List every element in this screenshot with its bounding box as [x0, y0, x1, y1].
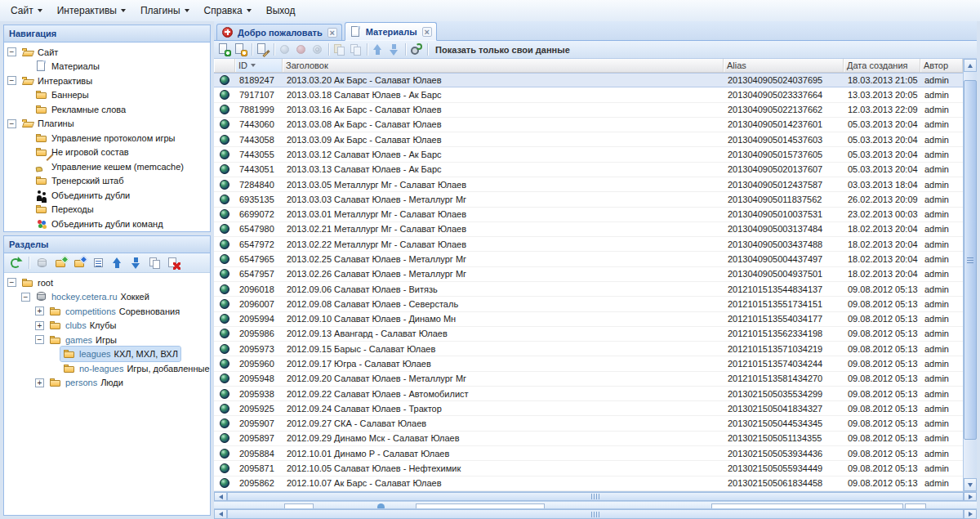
tree-node[interactable]: competitionsСоревнования [47, 304, 182, 319]
table-row[interactable]: 66990722013.03.01 Металлург Мг - Салават… [214, 208, 963, 222]
nav-item-team-management[interactable]: Управление командой [4, 231, 210, 232]
tree-node[interactable]: Управление командой [33, 230, 147, 231]
table-row[interactable]: 20959252012.09.24 Салават Юлаев - Тракто… [214, 401, 963, 416]
section-item-leagues[interactable]: leaguesКХЛ, МХЛ, ВХЛ [4, 347, 210, 362]
table-row[interactable]: 20959732012.09.15 Барыс - Салават Юлаев2… [214, 342, 963, 356]
edit-material-button[interactable] [255, 42, 271, 58]
table-row[interactable]: 74430602013.03.08 Ак Барс - Салават Юлае… [214, 118, 963, 132]
menu-item-logout[interactable]: Выход [259, 2, 303, 19]
tree-node[interactable]: Рекламные слова [33, 102, 128, 117]
column-header-title[interactable]: Заголовок [283, 59, 724, 72]
scroll-right-button[interactable] [964, 509, 977, 519]
add-material-button[interactable] [216, 42, 233, 58]
table-row[interactable]: 20959382012.09.22 Салават Юлаев - Автомо… [214, 387, 963, 401]
table-row[interactable]: 20958842012.10.01 Динамо Р - Салават Юла… [214, 446, 963, 461]
refresh-button[interactable] [7, 255, 24, 271]
tree-node[interactable]: Тренерский штаб [33, 173, 126, 188]
table-row[interactable]: 20959862012.09.13 Авангард - Салават Юла… [214, 327, 963, 342]
table-row[interactable]: 20959942012.09.10 Салават Юлаев - Динамо… [214, 312, 963, 327]
section-item-clubs[interactable]: clubsКлубы [4, 319, 210, 333]
tree-node[interactable]: Баннеры [33, 87, 91, 102]
menu-item-plugins[interactable]: Плагины [133, 2, 197, 19]
scroll-left-button[interactable] [214, 492, 227, 501]
nav-item-banners[interactable]: Баннеры [4, 88, 210, 103]
tree-node[interactable]: hockey.cetera.ruХоккей [33, 289, 152, 304]
scroll-up-button[interactable] [964, 59, 977, 72]
table-row[interactable]: 65479572013.02.26 Салават Юлаев - Металл… [214, 267, 963, 282]
table-row[interactable]: 20958712012.10.05 Салават Юлаев - Нефтех… [214, 461, 963, 476]
tab-welcome[interactable]: Добро пожаловать [216, 24, 342, 40]
column-header-alias[interactable]: Alias [724, 59, 844, 72]
tree-node[interactable]: Объединить дубли [33, 188, 132, 203]
pager-button[interactable] [905, 503, 926, 508]
tree-node[interactable]: clubsКлубы [47, 318, 118, 333]
menu-item-site[interactable]: Сайт [3, 2, 50, 19]
nav-item-merge-team-duplicates[interactable]: Объединить дубли команд [4, 217, 210, 231]
table-row[interactable]: 65479652013.02.25 Салават Юлаев - Металл… [214, 252, 963, 266]
section-item-hockey[interactable]: hockey.cetera.ruХоккей [4, 290, 210, 305]
nav-item-plugins[interactable]: Плагины [4, 117, 210, 132]
tree-node[interactable]: Плагины [19, 116, 77, 131]
tree-node[interactable]: Сайт [19, 45, 60, 60]
tab-materials[interactable]: Материалы [345, 22, 437, 41]
table-row[interactable]: 20959602012.09.17 Югра - Салават Юлаев20… [214, 356, 963, 371]
tree-node[interactable]: Материалы [33, 59, 102, 74]
outer-horizontal-scrollbar[interactable] [214, 508, 977, 519]
pager-search-input[interactable] [711, 503, 903, 508]
nav-item-materials[interactable]: Материалы [4, 60, 210, 74]
table-row[interactable]: 65479802013.02.21 Металлург Мг - Салават… [214, 222, 963, 237]
tree-node[interactable]: root [19, 275, 56, 290]
vscroll-track[interactable] [964, 72, 977, 478]
minus-expander-icon[interactable] [21, 293, 33, 302]
move-up-button[interactable] [109, 255, 126, 271]
minus-expander-icon[interactable] [7, 278, 19, 287]
column-header-created[interactable]: Дата создания [844, 59, 920, 72]
minus-expander-icon[interactable] [7, 47, 19, 56]
nav-item-interactives[interactable]: Интерактивы [4, 74, 210, 88]
table-row[interactable]: 74430552013.03.12 Салават Юлаев - Ак Бар… [214, 147, 963, 162]
add-section-button[interactable] [53, 255, 69, 271]
add-material-alt-button[interactable] [233, 42, 249, 58]
nav-item-site[interactable]: Сайт [4, 45, 210, 60]
tree-node[interactable]: Объединить дубли команд [33, 217, 166, 231]
tab-close-icon[interactable] [422, 27, 432, 37]
nav-item-memcache[interactable]: Управление кешем (memcache) [4, 159, 210, 174]
table-row[interactable]: 74430582013.03.09 Ак Барс - Салават Юлае… [214, 132, 963, 147]
table-row[interactable]: 74430512013.03.13 Салават Юлаев - Ак Бар… [214, 163, 963, 177]
table-row[interactable]: 79171072013.03.18 Салават Юлаев - Ак Бар… [214, 87, 963, 102]
pager-page-input[interactable] [284, 503, 314, 508]
grid-horizontal-scrollbar[interactable] [214, 491, 977, 501]
tree-node[interactable]: personsЛюди [47, 375, 126, 390]
table-row[interactable]: 20960182012.09.06 Салават Юлаев - Витязь… [214, 282, 963, 297]
scroll-down-button[interactable] [964, 478, 977, 491]
plus-expander-icon[interactable] [35, 321, 47, 330]
table-row[interactable]: 69351352013.03.03 Салават Юлаев - Металл… [214, 192, 963, 207]
nav-item-merge-duplicates[interactable]: Объединить дубли [4, 188, 210, 203]
pager-filter-input[interactable] [416, 503, 545, 508]
minus-expander-icon[interactable] [35, 335, 47, 344]
column-header-author[interactable]: Автор [920, 59, 963, 72]
table-row[interactable]: 65479722013.02.22 Металлург Мг - Салават… [214, 237, 963, 252]
nav-item-coaching-staff[interactable]: Тренерский штаб [4, 174, 210, 189]
table-row[interactable]: 78819992013.03.16 Ак Барс - Салават Юлае… [214, 103, 963, 118]
show-only-my-data-button[interactable]: Показать только свои данные [430, 45, 575, 55]
user-data-settings-button[interactable] [408, 42, 425, 58]
plus-expander-icon[interactable] [35, 306, 47, 315]
plus-expander-icon[interactable] [35, 378, 47, 387]
section-item-persons[interactable]: personsЛюди [4, 376, 210, 391]
tree-node[interactable]: Интерактивы [19, 74, 95, 88]
nav-item-non-playing-staff[interactable]: Не игровой состав [4, 145, 210, 160]
add-subsection-button[interactable] [72, 255, 88, 271]
section-properties-button[interactable] [91, 255, 107, 271]
scroll-right-button[interactable] [964, 492, 977, 501]
section-item-competitions[interactable]: competitionsСоревнования [4, 304, 210, 319]
menu-item-interactives[interactable]: Интерактивы [50, 2, 133, 19]
scroll-left-button[interactable] [214, 509, 227, 519]
copy-section-button[interactable] [147, 255, 163, 271]
section-item-games[interactable]: gamesИгры [4, 333, 210, 347]
table-row[interactable]: 20960072012.09.08 Салават Юлаев - Северс… [214, 297, 963, 311]
tree-node[interactable]: no-leaguesИгры, добавленные вручную [60, 361, 210, 376]
delete-section-button[interactable] [166, 255, 182, 271]
tree-node[interactable]: Переходы [33, 202, 96, 217]
table-row[interactable]: 72848402013.03.05 Металлург Мг - Салават… [214, 177, 963, 192]
